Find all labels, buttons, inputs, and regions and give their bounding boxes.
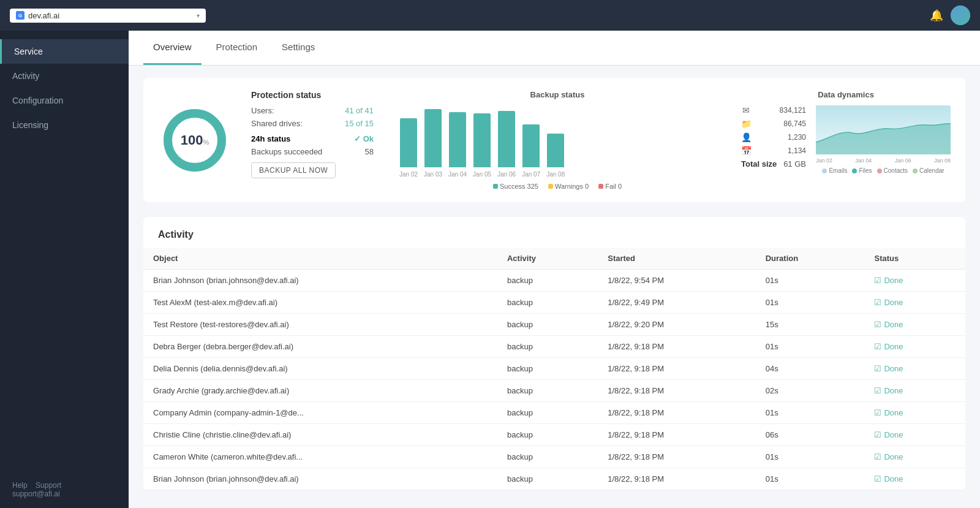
protection-card: 100% Protection status Users: 41 of 41 S… (143, 78, 965, 202)
notification-bell-icon[interactable]: 🔔 (930, 9, 943, 22)
cell-object: Delia Dennis (delia.dennis@dev.afi.ai) (143, 358, 497, 380)
cell-status: ☑ Done (864, 424, 965, 446)
tab-settings[interactable]: Settings (272, 31, 325, 65)
bar-6 (547, 134, 564, 167)
status-done-badge: ☑ Done (874, 474, 956, 483)
status-24h-label: 24h status (251, 134, 290, 143)
shared-drives-label: Shared drives: (251, 119, 303, 128)
folder-icon: 📁 (741, 119, 751, 129)
cell-status: ☑ Done (864, 292, 965, 314)
dd-legend-calendar: Calendar (913, 167, 944, 174)
cell-status: ☑ Done (864, 336, 965, 358)
data-dynamics-chart-area: Jan 02 Jan 04 Jan 06 Jan 08 Emails (816, 105, 951, 175)
table-row[interactable]: Debra Berger (debra.berger@dev.afi.ai)ba… (143, 336, 965, 358)
cell-status: ☑ Done (864, 314, 965, 336)
data-dynamics-panel: Data dynamics ✉ 834,121 📁 86,745 👤 (741, 90, 951, 190)
status-done-badge: ☑ Done (874, 452, 956, 461)
calendar-legend-label: Calendar (919, 167, 944, 174)
activity-section: Activity Object Activity Started Duratio… (143, 217, 965, 490)
tab-protection[interactable]: Protection (206, 31, 268, 65)
support-email[interactable]: support@afi.ai (12, 490, 60, 498)
backups-succeeded-value: 58 (365, 147, 374, 156)
url-bar[interactable]: G dev.afi.ai ▾ (10, 9, 206, 23)
table-row[interactable]: Cameron White (cameron.white@dev.afi...b… (143, 446, 965, 468)
col-duration: Duration (756, 248, 865, 270)
col-object: Object (143, 248, 497, 270)
bar-2 (449, 112, 466, 167)
bar-group: Jan 04 (448, 112, 467, 178)
dd-date-jan08: Jan 08 (934, 157, 951, 164)
emails-legend-dot (822, 169, 827, 173)
table-row[interactable]: Test Restore (test-restores@dev.afi.ai)b… (143, 314, 965, 336)
backup-all-now-button[interactable]: BACKUP ALL NOW (251, 162, 336, 178)
cell-started: 1/8/22, 9:18 PM (598, 424, 755, 446)
bar-chart-bars: Jan 02Jan 03Jan 04Jan 05Jan 06Jan 07Jan … (393, 104, 722, 178)
backups-succeeded-label: Backups succeeded (251, 147, 322, 156)
calendar-value: 1,134 (788, 146, 806, 155)
dd-date-labels: Jan 02 Jan 04 Jan 06 Jan 08 (816, 157, 951, 164)
bar-group: Jan 08 (546, 134, 565, 178)
status-done-badge: ☑ Done (874, 298, 956, 307)
emails-value: 834,121 (780, 106, 806, 115)
bar-0 (400, 118, 417, 167)
sidebar-item-configuration[interactable]: Configuration (0, 88, 129, 113)
bar-label-1: Jan 03 (424, 171, 442, 178)
bar-group: Jan 03 (424, 109, 442, 178)
sidebar-item-configuration-label: Configuration (12, 96, 63, 105)
calendar-row: 📅 1,134 (741, 146, 806, 156)
table-row[interactable]: Grady Archie (grady.archie@dev.afi.ai)ba… (143, 380, 965, 402)
table-row[interactable]: Brian Johnson (brian.johnson@dev.afi.ai)… (143, 468, 965, 490)
table-row[interactable]: Brian Johnson (brian.johnson@dev.afi.ai)… (143, 270, 965, 292)
emails-legend-label: Emails (829, 167, 847, 174)
backup-status-title: Backup status (393, 90, 722, 99)
cell-object: Company Admin (company-admin-1@de... (143, 402, 497, 424)
backup-status-chart: Backup status Jan 02Jan 03Jan 04Jan 05Ja… (393, 90, 722, 190)
tab-overview[interactable]: Overview (143, 31, 202, 65)
support-link[interactable]: Support (36, 481, 61, 490)
cell-duration: 01s (756, 292, 865, 314)
table-row[interactable]: Christie Cline (christie.cline@dev.afi.a… (143, 424, 965, 446)
col-activity: Activity (497, 248, 598, 270)
sidebar-item-activity[interactable]: Activity (0, 64, 129, 88)
tabs: Overview Protection Settings (129, 31, 980, 66)
table-row[interactable]: Delia Dennis (delia.dennis@dev.afi.ai)ba… (143, 358, 965, 380)
bar-label-6: Jan 08 (546, 171, 565, 178)
chevron-down-icon: ▾ (197, 12, 200, 19)
status-done-badge: ☑ Done (874, 408, 956, 417)
donut-percent: 100 (181, 132, 203, 148)
check-icon: ☑ (874, 298, 881, 307)
sidebar-item-licensing[interactable]: Licensing (0, 113, 129, 137)
check-icon: ✓ (354, 134, 361, 143)
sidebar-item-service-label: Service (14, 47, 43, 56)
cell-object: Christie Cline (christie.cline@dev.afi.a… (143, 424, 497, 446)
data-dynamics-rows: ✉ 834,121 📁 86,745 👤 1,230 📅 (741, 105, 806, 169)
users-value: 41 of 41 (345, 106, 374, 115)
bar-group: Jan 02 (399, 118, 418, 178)
bar-group: Jan 05 (473, 113, 491, 178)
activity-title: Activity (143, 217, 965, 248)
main-content: Overview Protection Settings 100% (129, 31, 980, 508)
cell-started: 1/8/22, 9:18 PM (598, 380, 755, 402)
check-icon: ☑ (874, 364, 881, 373)
status-done-badge: ☑ Done (874, 430, 956, 439)
cell-status: ☑ Done (864, 468, 965, 490)
cell-duration: 01s (756, 336, 865, 358)
cell-activity: backup (497, 468, 598, 490)
cell-object: Brian Johnson (brian.johnson@dev.afi.ai) (143, 468, 497, 490)
avatar[interactable] (951, 6, 970, 25)
legend-success: Success 325 (493, 183, 538, 190)
backups-succeeded-row: Backups succeeded 58 (251, 147, 374, 156)
dd-date-jan04: Jan 04 (855, 157, 872, 164)
sidebar-item-activity-label: Activity (12, 71, 39, 81)
bar-group: Jan 07 (522, 124, 540, 178)
sidebar-nav: Service Activity Configuration Licensing (0, 39, 129, 471)
backup-chart-legend: Success 325 Warnings 0 Fail 0 (393, 183, 722, 190)
help-link[interactable]: Help (12, 481, 28, 490)
table-row[interactable]: Test AlexM (test-alex.m@dev.afi.ai)backu… (143, 292, 965, 314)
sidebar-item-service[interactable]: Service (0, 39, 129, 64)
legend-warnings: Warnings 0 (548, 183, 589, 190)
table-header-row: Object Activity Started Duration Status (143, 248, 965, 270)
files-value: 86,745 (783, 119, 806, 128)
table-row[interactable]: Company Admin (company-admin-1@de...back… (143, 402, 965, 424)
users-label: Users: (251, 106, 274, 115)
